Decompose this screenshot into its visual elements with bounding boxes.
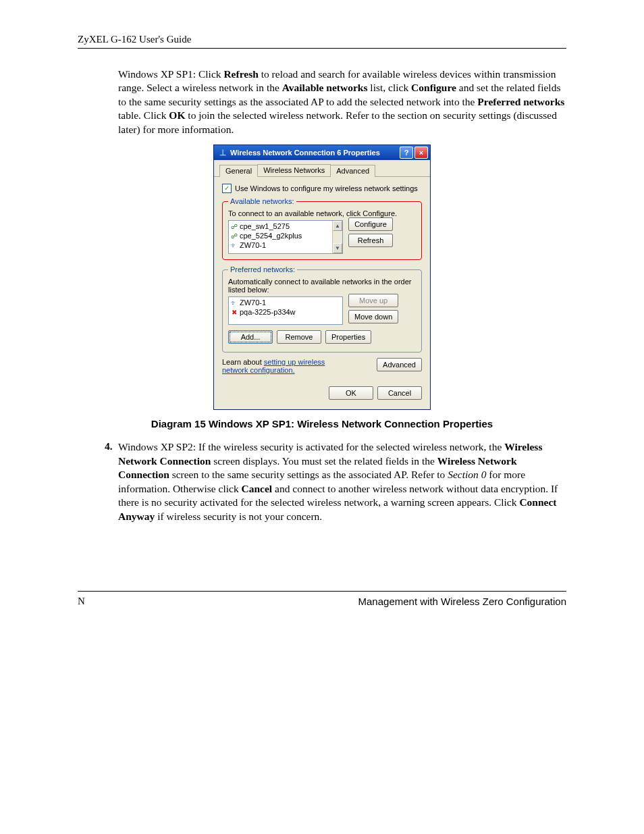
learn-text: Learn about setting up wireless network … <box>222 358 344 374</box>
tab-wireless-networks[interactable]: Wireless Networks <box>257 164 331 176</box>
scroll-up-icon[interactable]: ▲ <box>333 221 342 231</box>
tabstrip: General Wireless Networks Advanced <box>214 160 430 177</box>
cancel-button[interactable]: Cancel <box>377 386 422 400</box>
ap-icon: ☍ <box>230 223 238 230</box>
list-item[interactable]: ᯤZW70-1 <box>230 240 341 250</box>
window-title: Wireless Network Connection 6 Properties <box>230 149 380 157</box>
available-networks-group: Available networks: To connect to an ava… <box>222 197 422 260</box>
properties-button[interactable]: Properties <box>325 330 371 344</box>
disabled-wifi-icon: ✖ <box>230 309 238 316</box>
text: list, click <box>367 82 411 93</box>
available-listbox[interactable]: ☍cpe_sw1_5275 ☍cpe_5254_g2kplus ᯤZW70-1 … <box>228 220 343 254</box>
wireless-icon: ⊥ <box>218 148 227 157</box>
advanced-button[interactable]: Advanced <box>377 358 422 371</box>
preferred-legend: Preferred networks: <box>228 265 297 273</box>
list-item[interactable]: ☍cpe_5254_g2kplus <box>230 231 341 240</box>
numbered-item-4: 4. Windows XP SP2: If the wireless secur… <box>105 440 566 523</box>
footer-right: Management with Wireless Zero Configurat… <box>358 596 566 607</box>
remove-button[interactable]: Remove <box>277 330 321 344</box>
list-item[interactable]: ✖pqa-3225-p334w <box>230 307 341 317</box>
text: screen to the same security settings as … <box>169 469 448 480</box>
list-item-label: cpe_5254_g2kplus <box>240 232 302 240</box>
preferred-hint: Automatically connect to available netwo… <box>228 278 416 294</box>
item-number: 4. <box>105 440 118 523</box>
configure-button[interactable]: Configure <box>348 217 393 231</box>
text: screen displays. You must set the relate… <box>211 455 437 467</box>
close-button[interactable]: × <box>414 147 428 159</box>
move-up-button[interactable]: Move up <box>348 294 398 307</box>
bold: Refresh <box>223 68 258 80</box>
xp-properties-dialog: ⊥ Wireless Network Connection 6 Properti… <box>213 145 431 410</box>
wifi-icon: ᯤ <box>230 299 238 307</box>
use-windows-label: Use Windows to configure my wireless net… <box>235 184 418 192</box>
ok-button[interactable]: OK <box>329 386 373 400</box>
refresh-button[interactable]: Refresh <box>348 234 393 247</box>
wifi-icon: ᯤ <box>230 242 238 249</box>
add-button[interactable]: Add... <box>228 330 273 344</box>
use-windows-row[interactable]: ✓ Use Windows to configure my wireless n… <box>222 184 422 193</box>
footer-left: N <box>78 596 85 607</box>
bold: Available networks <box>282 82 368 93</box>
list-item-label: pqa-3225-p334w <box>240 308 296 316</box>
bold: Cancel <box>242 483 273 494</box>
checkbox-checked-icon[interactable]: ✓ <box>222 184 232 193</box>
preferred-listbox[interactable]: ᯤZW70-1 ✖pqa-3225-p334w <box>228 296 343 325</box>
preferred-networks-group: Preferred networks: Automatically connec… <box>222 265 422 353</box>
titlebar[interactable]: ⊥ Wireless Network Connection 6 Properti… <box>214 145 430 160</box>
figure-caption: Diagram 15 Windows XP SP1: Wireless Netw… <box>78 418 566 429</box>
text: Windows XP SP1: Click <box>118 68 223 80</box>
bold: Preferred networks <box>477 96 564 107</box>
ap-icon: ☍ <box>230 232 238 240</box>
available-legend: Available networks: <box>228 197 296 205</box>
bold: OK <box>169 109 185 121</box>
tab-general[interactable]: General <box>219 165 258 177</box>
scrollbar[interactable]: ▲ ▼ <box>332 221 342 253</box>
page-footer: N Management with Wireless Zero Configur… <box>78 591 566 607</box>
list-item-label: ZW70-1 <box>240 241 266 249</box>
list-item-label: cpe_sw1_5275 <box>240 222 290 230</box>
available-hint: To connect to an available network, clic… <box>228 209 416 217</box>
list-item[interactable]: ᯤZW70-1 <box>230 298 341 307</box>
italic: Section 0 <box>448 469 486 480</box>
paragraph-sp1: Windows XP SP1: Click Refresh to reload … <box>118 68 566 136</box>
move-down-button[interactable]: Move down <box>348 310 398 323</box>
help-button[interactable]: ? <box>400 147 413 159</box>
text: Windows XP SP2: If the wireless security… <box>118 441 504 452</box>
bold: Configure <box>411 82 456 93</box>
running-header: ZyXEL G-162 User's Guide <box>78 34 566 49</box>
list-item[interactable]: ☍cpe_sw1_5275 <box>230 221 341 231</box>
text: if wireless security is not your concern… <box>155 511 322 522</box>
text: table. Click <box>118 109 169 121</box>
scroll-down-icon[interactable]: ▼ <box>333 243 342 253</box>
tab-advanced[interactable]: Advanced <box>330 165 375 177</box>
list-item-label: ZW70-1 <box>240 298 266 307</box>
